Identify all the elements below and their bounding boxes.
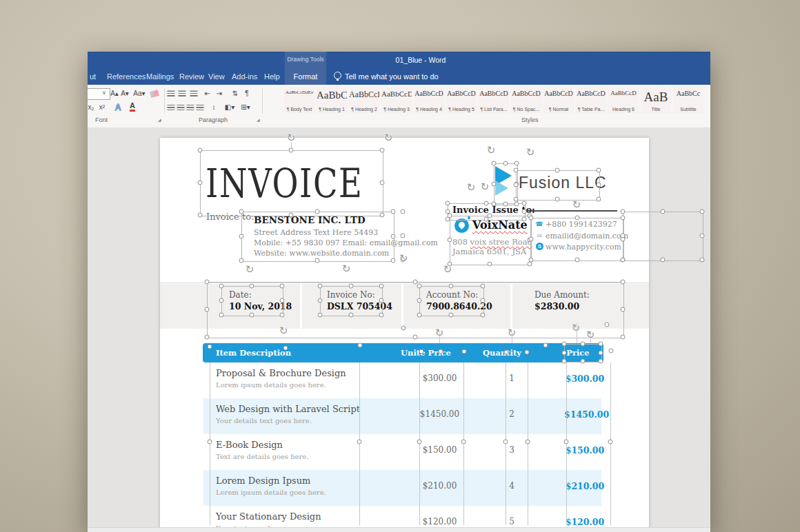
selection-handle[interactable] (379, 313, 384, 318)
rotate-handle-icon[interactable]: ↻ (526, 147, 535, 158)
selection-handle[interactable] (514, 202, 519, 207)
selection-handle[interactable] (522, 201, 527, 206)
selection-handle[interactable] (198, 181, 203, 185)
selection-handle[interactable] (483, 201, 488, 206)
selection-handle[interactable] (555, 197, 560, 202)
selection-handle[interactable] (605, 323, 610, 327)
selection-handle[interactable] (239, 209, 244, 214)
selection-handle[interactable] (522, 209, 527, 214)
selection-handle[interactable] (205, 335, 210, 340)
selection-handle[interactable] (419, 349, 424, 354)
line-spacing-icon[interactable]: ↕ (212, 104, 216, 111)
selection-handle[interactable] (660, 258, 665, 263)
selection-handle[interactable] (461, 440, 466, 444)
selection-handle[interactable] (219, 313, 224, 318)
selection-handle[interactable] (481, 313, 486, 318)
selection-handle[interactable] (401, 209, 406, 214)
font-size-combobox[interactable] (88, 88, 110, 100)
rotate-handle-icon[interactable]: ↻ (487, 145, 496, 156)
rotate-handle-icon[interactable]: ↻ (287, 133, 296, 143)
selection-handle[interactable] (621, 280, 626, 285)
selection-rect-contact-info-box[interactable] (531, 218, 624, 261)
selection-rect-invoice-title-box[interactable] (200, 150, 383, 216)
selection-handle[interactable] (417, 313, 422, 318)
subscript-icon[interactable]: x₂ (88, 104, 94, 111)
selection-handle[interactable] (481, 284, 486, 289)
selection-handle[interactable] (503, 440, 508, 444)
selection-handle[interactable] (315, 209, 320, 214)
contextual-tab-block[interactable]: Drawing Tools Format (285, 52, 326, 85)
bullet-list-icon[interactable] (168, 91, 175, 97)
selection-handle[interactable] (205, 280, 210, 285)
selection-handle[interactable] (597, 197, 601, 202)
rotate-handle-icon[interactable]: ↻ (435, 328, 444, 338)
selection-handle[interactable] (562, 342, 567, 347)
selection-handle[interactable] (289, 213, 294, 218)
style-card-title[interactable]: AaBTitle (641, 88, 671, 113)
selection-handle[interactable] (599, 342, 603, 347)
shrink-font-icon[interactable]: A▾ (121, 90, 129, 97)
tab-view[interactable]: View (208, 72, 225, 81)
selection-handle[interactable] (379, 298, 384, 303)
selection-handle[interactable] (198, 148, 203, 153)
selection-handle[interactable] (439, 349, 443, 354)
selection-handle[interactable] (514, 183, 519, 187)
selection-handle[interactable] (580, 342, 585, 347)
selection-handle[interactable] (700, 234, 705, 238)
selection-handle[interactable] (514, 161, 519, 166)
selection-handle[interactable] (562, 359, 567, 364)
tab-mailings[interactable]: Mailings (146, 72, 174, 81)
selection-handle[interactable] (514, 197, 519, 202)
selection-handle[interactable] (348, 313, 353, 318)
selection-handle[interactable] (380, 181, 385, 185)
selection-rect-logo-text-box[interactable] (516, 170, 600, 201)
style-card-listpara[interactable]: AaBbCcD¶ List Para... (479, 88, 509, 113)
selection-handle[interactable] (379, 284, 384, 289)
align-left-icon[interactable] (168, 105, 175, 111)
rotate-handle-icon[interactable]: ↻ (572, 323, 581, 334)
font-color-icon[interactable]: A (130, 102, 135, 112)
style-card-heading3[interactable]: AaBbCcD¶ Heading 3 (381, 88, 412, 113)
selection-handle[interactable] (529, 258, 534, 263)
selection-rect-invoice-no-box[interactable] (320, 286, 383, 316)
selection-rect-company-info-box[interactable] (450, 216, 531, 265)
tab-ut[interactable]: ut (90, 72, 96, 81)
selection-handle[interactable] (358, 343, 363, 348)
selection-handle[interactable] (412, 280, 417, 285)
selection-handle[interactable] (219, 298, 224, 303)
selection-handle[interactable] (488, 214, 492, 218)
selection-handle[interactable] (391, 209, 396, 214)
selection-handle[interactable] (280, 284, 285, 289)
status-bar[interactable] (88, 527, 710, 532)
selection-handle[interactable] (318, 284, 323, 289)
selection-handle[interactable] (621, 234, 626, 238)
selection-handle[interactable] (348, 284, 353, 289)
font-dialog-launcher-icon[interactable]: ◢ (158, 117, 161, 122)
selection-handle[interactable] (525, 350, 530, 355)
selection-handle[interactable] (528, 262, 532, 267)
selection-handle[interactable] (526, 440, 530, 444)
rotate-handle-icon[interactable]: ↻ (586, 330, 595, 340)
selection-handle[interactable] (449, 313, 454, 318)
selection-handle[interactable] (580, 359, 585, 364)
style-card-heading6[interactable]: AaBbCcDHeading 6 (608, 88, 639, 113)
selection-handle[interactable] (318, 313, 323, 318)
align-right-icon[interactable] (187, 105, 194, 111)
style-card-heading4[interactable]: AaBbCcD¶ Heading 4 (414, 88, 444, 113)
selection-handle[interactable] (503, 202, 508, 207)
rotate-handle-icon[interactable]: ↻ (508, 328, 517, 338)
paragraph-dialog-launcher-icon[interactable]: ◢ (257, 117, 260, 122)
selection-rect-date-box[interactable] (221, 286, 283, 316)
selection-handle[interactable] (481, 298, 486, 303)
selection-handle[interactable] (574, 216, 579, 221)
style-card-heading5[interactable]: AaBbCcD¶ Heading 5 (446, 88, 477, 113)
selection-handle[interactable] (446, 201, 450, 206)
selection-handle[interactable] (417, 440, 422, 444)
rotate-handle-icon[interactable]: ↻ (342, 264, 351, 274)
selection-handle[interactable] (289, 148, 294, 153)
superscript-icon[interactable]: x² (99, 104, 105, 111)
table-row[interactable]: Lorem Design IpsumLorem ipsum details go… (203, 470, 601, 506)
selection-handle[interactable] (700, 258, 705, 263)
align-center-icon[interactable] (177, 105, 185, 111)
pilcrow-icon[interactable]: ¶ (245, 90, 248, 97)
